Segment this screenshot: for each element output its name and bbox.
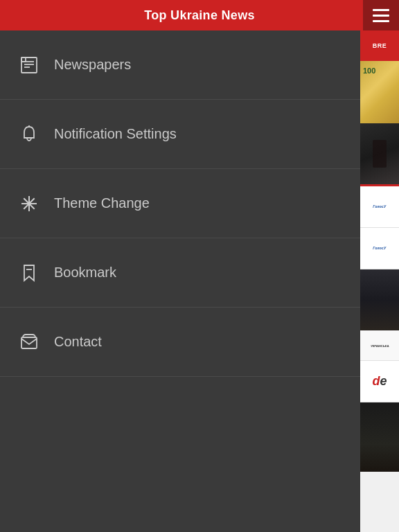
dark-photo-thumb-2[interactable]: [360, 269, 399, 330]
de-logo-e: e: [380, 374, 387, 388]
ukraine-logo-text: УКРАЇНСЬКА: [371, 344, 389, 347]
main-layout: Newspapers Notification Settings: [0, 30, 399, 532]
sidebar-item-bookmark-label: Bookmark: [54, 265, 116, 281]
dark-photo-thumb[interactable]: [360, 123, 399, 184]
logo-blue-thumb-2[interactable]: ГолосУ: [360, 228, 399, 269]
svg-rect-0: [21, 57, 37, 73]
ukraine-logo-thumb[interactable]: УКРАЇНСЬКА: [360, 330, 399, 361]
sidebar-item-theme-change-label: Theme Change: [54, 195, 150, 211]
sidebar-item-bookmark[interactable]: Bookmark: [0, 238, 360, 308]
breaking-text: BRE: [373, 42, 387, 49]
theme-icon: [17, 191, 42, 216]
sidebar-item-newspapers-label: Newspapers: [54, 57, 131, 73]
svg-rect-12: [21, 337, 37, 348]
de-logo-thumb[interactable]: de: [360, 361, 399, 402]
contact-icon: [17, 330, 42, 355]
bottom-photo-thumb[interactable]: [360, 402, 399, 472]
hamburger-line-3: [373, 20, 389, 22]
header-title: Top Ukraine News: [144, 8, 255, 23]
sidebar-menu: Newspapers Notification Settings: [0, 30, 360, 532]
hamburger-line-1: [373, 9, 389, 11]
bookmark-icon: [17, 260, 42, 285]
sidebar-item-theme-change[interactable]: Theme Change: [0, 169, 360, 238]
right-panel: BRE 100 ГолосУ ГолосУ УКРАЇНСЬКА: [360, 30, 399, 532]
logo-blue-text-1: ГолосУ: [373, 205, 386, 209]
de-logo-d: d: [372, 374, 380, 388]
hamburger-line-2: [373, 15, 389, 17]
app-header: Top Ukraine News: [0, 0, 399, 30]
dark-shape: [373, 140, 387, 168]
hamburger-button[interactable]: [363, 0, 399, 30]
sidebar-item-notification-settings-label: Notification Settings: [54, 126, 177, 142]
breaking-news-bar[interactable]: BRE: [360, 30, 399, 61]
sidebar-item-notification-settings[interactable]: Notification Settings: [0, 100, 360, 169]
de-logo-text: de: [372, 374, 387, 389]
logo-blue-thumb-1[interactable]: ГолосУ: [360, 186, 399, 228]
newspaper-icon: [17, 53, 42, 78]
svg-rect-4: [21, 57, 26, 62]
sidebar-item-contact[interactable]: Contact: [0, 308, 360, 377]
logo-blue-text-2: ГолосУ: [373, 247, 386, 250]
bell-icon: [17, 122, 42, 147]
money-thumb[interactable]: 100: [360, 61, 399, 123]
money-label: 100: [363, 66, 375, 75]
sidebar-item-newspapers[interactable]: Newspapers: [0, 30, 360, 100]
sidebar-item-contact-label: Contact: [54, 334, 102, 350]
